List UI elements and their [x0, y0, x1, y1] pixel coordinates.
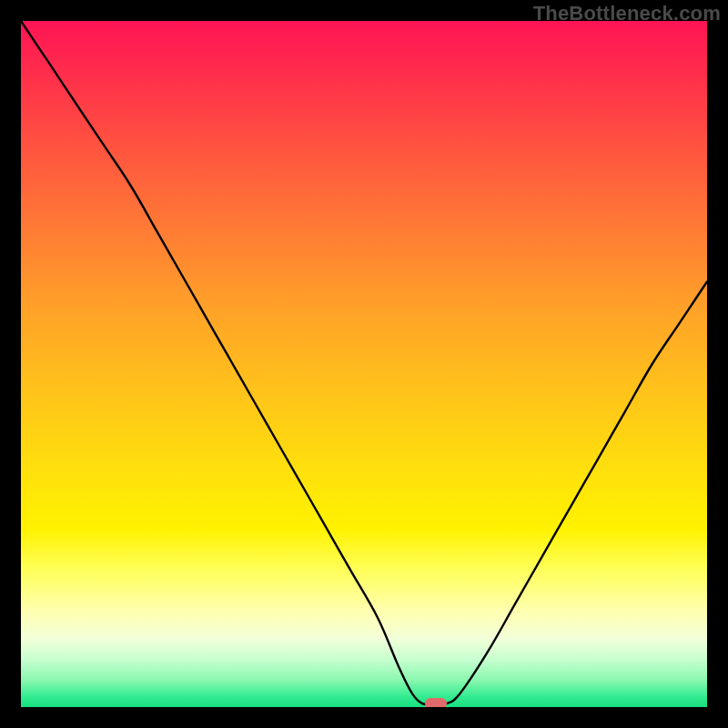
plot-area — [21, 21, 707, 707]
bottleneck-curve — [21, 21, 707, 707]
chart-frame: TheBottleneck.com — [0, 0, 728, 728]
optimal-marker — [425, 698, 447, 707]
curve-path — [21, 21, 707, 704]
watermark-text: TheBottleneck.com — [533, 2, 721, 25]
